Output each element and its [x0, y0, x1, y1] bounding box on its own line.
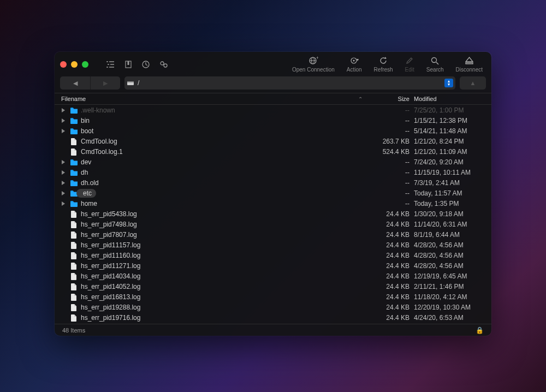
- svg-marker-30: [62, 181, 65, 185]
- disclosure-triangle-icon[interactable]: [61, 170, 69, 175]
- table-row[interactable]: CmdTool.log263.7 KB1/21/20, 8:24 PM: [55, 136, 491, 146]
- file-icon: [69, 221, 79, 228]
- path-selector[interactable]: / ▴▾: [124, 76, 455, 90]
- table-row[interactable]: hs_err_pid11157.log24.4 KB4/28/20, 4:56 …: [55, 240, 491, 250]
- table-row[interactable]: etc--Today, 11:57 AM: [55, 188, 491, 198]
- table-row[interactable]: hs_err_pid16813.log24.4 KB11/18/20, 4:12…: [55, 292, 491, 302]
- column-header-size[interactable]: Size: [372, 96, 414, 102]
- table-row[interactable]: hs_err_pid14052.log24.4 KB2/11/21, 1:46 …: [55, 281, 491, 292]
- column-headers: Filename ⌃ Size Modified: [55, 93, 491, 105]
- file-size: --: [372, 189, 414, 197]
- file-icon: [69, 210, 79, 218]
- file-modified: 1/21/20, 8:24 PM: [414, 138, 485, 145]
- table-row[interactable]: hs_err_pid19288.log24.4 KB12/20/19, 10:3…: [55, 302, 491, 312]
- action-button[interactable]: ▾ Action: [343, 56, 365, 73]
- file-name: CmdTool.log: [79, 138, 372, 145]
- file-icon: [69, 304, 79, 311]
- file-size: --: [372, 200, 414, 207]
- file-browser-window: + Open Connection ▾ Action Refresh Edit …: [55, 52, 491, 336]
- column-header-filename[interactable]: Filename ⌃: [61, 96, 372, 102]
- disclosure-triangle-icon[interactable]: [61, 118, 69, 123]
- file-modified: Today, 11:57 AM: [414, 189, 485, 197]
- file-name: hs_err_pid11271.log: [79, 262, 372, 270]
- folder-icon: [69, 159, 79, 165]
- disclosure-triangle-icon[interactable]: [61, 129, 69, 133]
- table-row[interactable]: hs_err_pid5438.log24.4 KB1/30/20, 9:18 A…: [55, 209, 491, 219]
- svg-point-10: [164, 64, 167, 67]
- edit-button: Edit: [402, 56, 418, 73]
- file-size: 24.4 KB: [372, 272, 414, 280]
- bookmarks-icon[interactable]: [124, 61, 132, 68]
- file-size: --: [372, 127, 414, 135]
- file-name: hs_err_pid11160.log: [79, 252, 372, 259]
- file-modified: 11/14/20, 6:31 AM: [414, 221, 485, 228]
- nav-back-button[interactable]: ◀: [60, 76, 90, 90]
- disclosure-triangle-icon[interactable]: [61, 108, 69, 112]
- table-row[interactable]: hs_err_pid19716.log24.4 KB4/24/20, 6:53 …: [55, 312, 491, 323]
- svg-marker-29: [62, 170, 65, 175]
- table-row[interactable]: hs_err_pid11271.log24.4 KB4/28/20, 4:56 …: [55, 260, 491, 271]
- minimize-window-button[interactable]: [71, 61, 78, 68]
- file-name: hs_err_pid11157.log: [79, 241, 372, 249]
- svg-point-19: [432, 57, 437, 62]
- table-row[interactable]: hs_err_pid14034.log24.4 KB12/19/19, 6:45…: [55, 271, 491, 281]
- table-row[interactable]: dh--11/15/19, 10:11 AM: [55, 167, 491, 177]
- svg-text:▾: ▾: [357, 57, 359, 62]
- file-size: --: [372, 117, 414, 124]
- disclosure-triangle-icon[interactable]: [61, 181, 69, 185]
- file-name: etc: [81, 189, 92, 197]
- table-row[interactable]: boot--5/14/21, 11:48 AM: [55, 126, 491, 136]
- file-size: 24.4 KB: [372, 314, 414, 322]
- file-modified: 1/30/20, 9:18 AM: [414, 210, 485, 218]
- path-stepper-icon[interactable]: ▴▾: [444, 79, 453, 87]
- disclosure-triangle-icon[interactable]: [61, 160, 69, 164]
- file-name: hs_err_pid7807.log: [79, 231, 372, 239]
- item-count: 48 Items: [62, 327, 85, 334]
- file-modified: 4/28/20, 4:56 AM: [414, 252, 485, 259]
- volume-icon: [127, 80, 134, 86]
- file-name: hs_err_pid7498.log: [79, 221, 372, 228]
- column-header-modified[interactable]: Modified: [414, 96, 485, 102]
- table-row[interactable]: hs_err_pid11160.log24.4 KB4/28/20, 4:56 …: [55, 250, 491, 260]
- table-row[interactable]: home--Today, 1:35 PM: [55, 198, 491, 209]
- table-row[interactable]: CmdTool.log.1524.4 KB1/21/20, 11:09 AM: [55, 146, 491, 157]
- file-modified: 12/20/19, 10:30 AM: [414, 304, 485, 311]
- file-icon: [69, 241, 79, 249]
- file-modified: 11/15/19, 10:11 AM: [414, 169, 485, 176]
- zoom-window-button[interactable]: [82, 61, 88, 68]
- history-icon[interactable]: [142, 61, 150, 68]
- open-connection-button[interactable]: + Open Connection: [289, 56, 338, 73]
- disclosure-triangle-icon[interactable]: [61, 201, 69, 206]
- file-size: 24.4 KB: [372, 241, 414, 249]
- file-name: hs_err_pid19716.log: [79, 314, 372, 322]
- transfers-icon[interactable]: [159, 61, 168, 68]
- up-button[interactable]: ▲: [460, 76, 486, 90]
- file-size: --: [372, 106, 414, 114]
- table-row[interactable]: dh.old--7/3/19, 2:41 AM: [55, 177, 491, 188]
- nav-forward-button[interactable]: ▶: [90, 76, 120, 90]
- disclosure-triangle-icon[interactable]: [61, 191, 69, 195]
- file-icon: [69, 314, 79, 322]
- table-row[interactable]: bin--1/15/21, 12:38 PM: [55, 115, 491, 126]
- file-name: hs_err_pid5438.log: [79, 210, 372, 218]
- table-row[interactable]: hs_err_pid7807.log24.4 KB8/1/19, 6:44 AM: [55, 229, 491, 240]
- svg-point-9: [161, 62, 164, 65]
- file-modified: 8/1/19, 6:44 AM: [414, 231, 485, 239]
- file-name: etc: [79, 189, 372, 197]
- outline-view-icon[interactable]: [106, 61, 115, 68]
- file-size: 24.4 KB: [372, 293, 414, 301]
- svg-marker-31: [62, 191, 65, 195]
- close-window-button[interactable]: [60, 61, 67, 68]
- search-button[interactable]: Search: [423, 56, 447, 73]
- file-icon: [69, 252, 79, 259]
- titlebar: + Open Connection ▾ Action Refresh Edit …: [55, 52, 491, 76]
- table-row[interactable]: dev--7/24/20, 9:20 AM: [55, 157, 491, 167]
- disconnect-button[interactable]: Disconnect: [453, 56, 486, 73]
- folder-icon: [69, 180, 79, 186]
- table-row[interactable]: .well-known--7/25/20, 1:00 PM: [55, 105, 491, 115]
- sort-indicator-icon: ⌃: [358, 96, 363, 102]
- file-size: --: [372, 169, 414, 176]
- table-row[interactable]: hs_err_pid7498.log24.4 KB11/14/20, 6:31 …: [55, 219, 491, 229]
- refresh-button[interactable]: Refresh: [371, 56, 396, 73]
- file-size: 24.4 KB: [372, 231, 414, 239]
